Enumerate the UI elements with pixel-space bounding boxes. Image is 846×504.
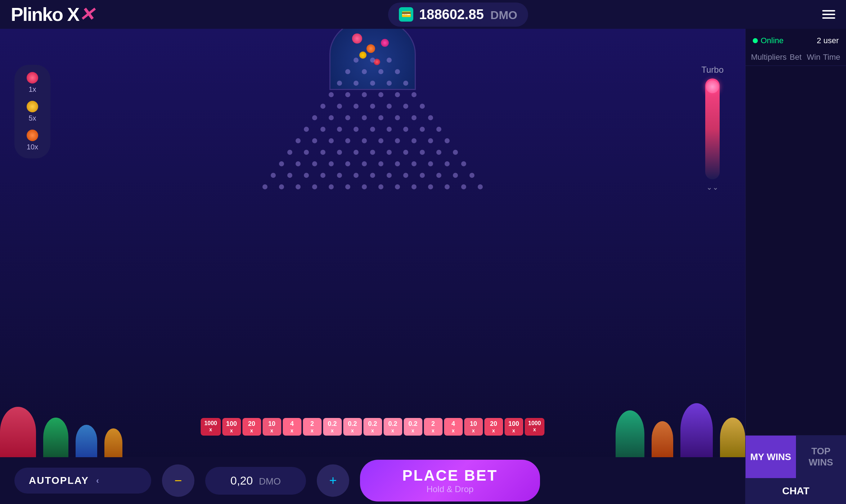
bucket-x: x xyxy=(367,428,378,433)
peg xyxy=(453,173,458,178)
plant-left-3 xyxy=(76,425,97,457)
multiplier-bucket: 20x xyxy=(484,418,503,436)
peg xyxy=(337,173,342,178)
peg xyxy=(403,150,408,155)
peg xyxy=(378,92,383,97)
peg xyxy=(411,161,417,166)
multiplier-bucket: 20x xyxy=(242,418,261,436)
falling-ball xyxy=(381,39,389,47)
peg xyxy=(436,150,441,155)
turbo-slider[interactable]: Turbo ⌄⌄ xyxy=(701,65,724,192)
peg xyxy=(329,161,334,166)
peg xyxy=(395,184,400,189)
multiplier-bucket: 100x xyxy=(222,418,241,436)
peg xyxy=(304,127,309,132)
ball-label-5x: 5x xyxy=(28,114,36,122)
chat-label: CHAT xyxy=(782,485,810,496)
bucket-value: 20 xyxy=(488,420,499,428)
wins-tabs: MY WINS TOP WINS xyxy=(746,435,846,478)
falling-ball xyxy=(366,44,375,53)
peg xyxy=(370,81,375,86)
online-dot xyxy=(753,38,758,43)
peg xyxy=(411,115,417,120)
peg-row xyxy=(229,173,517,178)
peg xyxy=(445,184,450,189)
plant-right-1 xyxy=(616,410,644,457)
peg-row xyxy=(229,58,517,63)
peg xyxy=(287,173,292,178)
peg-row xyxy=(229,127,517,132)
ball-option-10x[interactable]: 10x xyxy=(27,130,38,151)
online-indicator: Online xyxy=(753,36,784,45)
peg xyxy=(403,173,408,178)
minus-button[interactable]: − xyxy=(162,464,194,497)
hamburger-menu[interactable] xyxy=(822,10,835,19)
peg-grid xyxy=(229,58,517,196)
bucket-x: x xyxy=(468,428,479,433)
multiplier-bucket: 0.2x xyxy=(404,418,422,436)
plus-button[interactable]: + xyxy=(317,464,349,497)
bucket-x: x xyxy=(387,428,399,433)
autoplay-button[interactable]: AUTOPLAY ‹ xyxy=(14,468,151,494)
peg xyxy=(329,115,334,120)
peg xyxy=(312,161,317,166)
ball-option-1x[interactable]: 1x xyxy=(27,72,38,94)
peg xyxy=(354,58,359,63)
peg xyxy=(436,173,441,178)
logo-x: ✕ xyxy=(79,4,94,25)
logo-plinko: Plinko X xyxy=(11,4,79,25)
bet-value: 0,20 xyxy=(230,474,253,487)
peg xyxy=(461,161,466,166)
top-bar: Plinko X✕ 💳 188602.85 DMO xyxy=(0,0,846,29)
slider-thumb[interactable] xyxy=(706,80,719,93)
peg xyxy=(428,138,433,143)
peg xyxy=(271,173,276,178)
wallet-icon: 💳 xyxy=(399,7,413,22)
peg xyxy=(345,92,350,97)
peg xyxy=(395,138,400,143)
ball-label-10x: 10x xyxy=(27,143,38,151)
game-canvas: 1x 5x 10x Turbo ⌄⌄ xyxy=(0,29,745,457)
place-bet-main-label: PLACE BET xyxy=(402,467,498,484)
bet-display: 0,20 DMO xyxy=(205,467,306,495)
bucket-value: 100 xyxy=(226,420,237,428)
chevron-left-icon: ‹ xyxy=(96,476,100,486)
peg xyxy=(378,69,383,74)
peg xyxy=(329,92,334,97)
bucket-x: x xyxy=(528,427,541,432)
my-wins-tab[interactable]: MY WINS xyxy=(746,436,796,478)
peg-row xyxy=(229,92,517,97)
peg xyxy=(436,127,441,132)
peg xyxy=(378,161,383,166)
top-wins-tab[interactable]: TOP WINS xyxy=(796,436,846,478)
peg xyxy=(420,173,425,178)
peg xyxy=(354,150,359,155)
peg xyxy=(362,92,367,97)
peg xyxy=(362,69,367,74)
peg xyxy=(320,127,325,132)
peg-row xyxy=(229,150,517,155)
col-bet: Bet xyxy=(787,53,805,62)
peg xyxy=(387,173,392,178)
col-time: Time xyxy=(823,53,841,62)
peg xyxy=(329,138,334,143)
bucket-x: x xyxy=(204,427,217,432)
peg xyxy=(469,173,474,178)
peg xyxy=(296,184,301,189)
peg xyxy=(337,127,342,132)
multiplier-bucket: 0.2x xyxy=(323,418,342,436)
peg xyxy=(354,81,359,86)
peg xyxy=(345,184,350,189)
ball-option-5x[interactable]: 5x xyxy=(27,101,38,122)
bucket-x: x xyxy=(226,428,237,433)
peg-row xyxy=(229,184,517,189)
peg-row xyxy=(229,161,517,166)
peg xyxy=(378,184,383,189)
chat-button[interactable]: CHAT xyxy=(746,478,846,504)
peg xyxy=(445,161,450,166)
peg xyxy=(395,92,400,97)
place-bet-button[interactable]: PLACE BET Hold & Drop xyxy=(360,460,540,501)
balance-box: 💳 188602.85 DMO xyxy=(388,3,528,27)
bucket-value: 4 xyxy=(286,420,298,428)
slider-track[interactable] xyxy=(705,78,720,179)
